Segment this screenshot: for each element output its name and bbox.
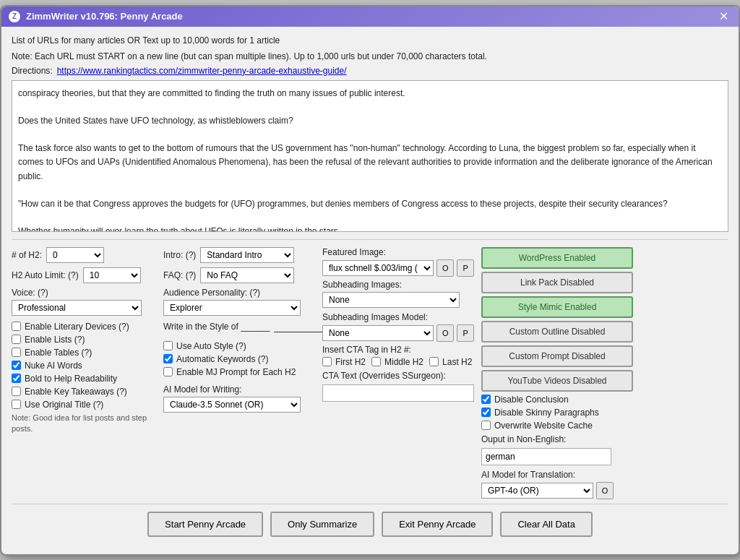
- directions-label: Directions:: [12, 66, 53, 76]
- youtube-videos-btn[interactable]: YouTube Videos Disabled: [481, 370, 633, 392]
- style-mimic-btn[interactable]: Style Mimic Enabled: [481, 296, 633, 318]
- cb-literary-input[interactable]: [12, 322, 21, 331]
- cb-disable-skinny[interactable]: Disable Skinny Paragraphs: [481, 408, 728, 418]
- window-title: ZimmWriter v10.796: Penny Arcade: [26, 11, 183, 22]
- cb-original-title-input[interactable]: [12, 400, 21, 409]
- intro-select[interactable]: Standard Intro Long Intro Short Intro No…: [200, 247, 294, 263]
- h2-label: # of H2:: [12, 250, 42, 260]
- only-summarize-button[interactable]: Only Summarize: [270, 512, 374, 537]
- clear-all-data-button[interactable]: Clear All Data: [500, 512, 592, 537]
- cb-nuke-input[interactable]: [12, 361, 21, 370]
- cb-tables[interactable]: Enable Tables (?): [12, 348, 156, 358]
- column-3: Featured Image: flux schnell $.003/img (…: [322, 247, 474, 499]
- cb-bold-input[interactable]: [12, 374, 21, 383]
- start-penny-arcade-button[interactable]: Start Penny Arcade: [147, 512, 263, 537]
- cb-takeaways-label: Enable Key Takeaways (?): [25, 387, 127, 397]
- featured-image-p-btn[interactable]: P: [457, 259, 474, 277]
- featured-image-o-btn[interactable]: O: [436, 259, 454, 277]
- cb-original-title-label: Use Original Title (?): [25, 400, 103, 410]
- cb-overwrite-cache[interactable]: Overwrite Website Cache: [481, 421, 728, 431]
- h2-auto-row: H2 Auto Limit: (?) 10: [12, 267, 156, 283]
- cb-takeaways[interactable]: Enable Key Takeaways (?): [12, 387, 156, 397]
- directions-link[interactable]: https://www.rankingtactics.com/zimmwrite…: [57, 66, 347, 76]
- directions-row: Directions: https://www.rankingtactics.c…: [12, 66, 728, 76]
- ai-translation-select[interactable]: GPT-4o (OR) Claude-3.5 Sonnet GPT-4 Turb…: [481, 483, 593, 499]
- cb-tables-label: Enable Tables (?): [25, 348, 92, 358]
- cb-nuke[interactable]: Nuke AI Words: [12, 361, 156, 371]
- cb-auto-style-label: Use Auto Style (?): [176, 341, 246, 351]
- column-1: # of H2: 0 H2 Auto Limit: (?) 10 Voice: …: [12, 247, 156, 499]
- text-area[interactable]: conspiracy theories, but that they are c…: [12, 80, 728, 232]
- faq-select[interactable]: No FAQ Short FAQ Long FAQ: [200, 267, 294, 283]
- cb-disable-conclusion[interactable]: Disable Conclusion: [481, 395, 728, 405]
- subheading-images-select[interactable]: None flux schnell dalle-3: [322, 292, 460, 308]
- column-2: Intro: (?) Standard Intro Long Intro Sho…: [163, 247, 315, 499]
- h2-auto-select[interactable]: 10: [83, 267, 141, 283]
- cb-takeaways-input[interactable]: [12, 387, 21, 396]
- translation-o-btn[interactable]: O: [596, 482, 614, 499]
- cb-mj-prompt[interactable]: Enable MJ Prompt for Each H2: [163, 367, 315, 377]
- cb-middle-h2-input[interactable]: [371, 357, 381, 366]
- cb-lists-label: Enable Lists (?): [25, 335, 85, 345]
- h2-auto-label: H2 Auto Limit: (?): [12, 270, 79, 280]
- cb-auto-keywords-label: Automatic Keywords (?): [176, 354, 268, 364]
- cb-original-title[interactable]: Use Original Title (?): [12, 400, 156, 410]
- cb-lists[interactable]: Enable Lists (?): [12, 335, 156, 345]
- subheading-model-label: Subheading Images Model:: [322, 312, 474, 322]
- subheading-model-select[interactable]: None flux schnell dalle-3: [322, 325, 434, 341]
- h2-checkboxes: First H2 Middle H2 Last H2: [322, 357, 474, 367]
- custom-outline-btn[interactable]: Custom Outline Disabled: [481, 321, 633, 343]
- subheading-model-p-btn[interactable]: P: [457, 324, 474, 342]
- cb-disable-skinny-input[interactable]: [481, 408, 491, 417]
- cb-bold-label: Bold to Help Readability: [25, 374, 117, 384]
- h2-row: # of H2: 0: [12, 247, 156, 263]
- translation-row: GPT-4o (OR) Claude-3.5 Sonnet GPT-4 Turb…: [481, 482, 728, 499]
- cb-first-h2-input[interactable]: [322, 357, 332, 366]
- wordpress-btn[interactable]: WordPress Enabled: [481, 247, 633, 269]
- link-pack-btn[interactable]: Link Pack Disabled: [481, 272, 633, 293]
- custom-prompt-btn[interactable]: Custom Prompt Disabled: [481, 345, 633, 367]
- cb-first-h2[interactable]: First H2: [322, 357, 366, 367]
- bottom-bar: Start Penny Arcade Only Summarize Exit P…: [12, 504, 728, 547]
- cb-bold[interactable]: Bold to Help Readability: [12, 374, 156, 384]
- subheading-images-label: Subheading Images:: [322, 280, 474, 290]
- intro-label: Intro: (?): [163, 250, 196, 260]
- h2-select[interactable]: 0: [46, 247, 104, 263]
- cb-auto-keywords-input[interactable]: [163, 354, 173, 363]
- cb-mj-prompt-input[interactable]: [163, 367, 173, 376]
- cta-text-input[interactable]: [322, 384, 474, 402]
- insert-cta-label: Insert CTA Tag in H2 #:: [322, 345, 474, 355]
- cb-last-h2-input[interactable]: [429, 357, 439, 366]
- cb-disable-conclusion-input[interactable]: [481, 395, 491, 404]
- subheading-model-row: None flux schnell dalle-3 O P: [322, 324, 474, 342]
- cb-auto-keywords[interactable]: Automatic Keywords (?): [163, 354, 315, 364]
- featured-image-row: flux schnell $.003/img ( dalle-3 none O …: [322, 259, 474, 277]
- ai-model-select[interactable]: Claude-3.5 Sonnet (OR) GPT-4o GPT-4 Turb…: [163, 397, 301, 413]
- cb-overwrite-cache-input[interactable]: [481, 421, 491, 430]
- voice-select[interactable]: Professional Casual Formal Conversationa…: [12, 300, 142, 316]
- cb-lists-input[interactable]: [12, 335, 21, 344]
- featured-image-select[interactable]: flux schnell $.003/img ( dalle-3 none: [322, 260, 434, 276]
- cb-tables-input[interactable]: [12, 348, 21, 357]
- cb-disable-conclusion-label: Disable Conclusion: [494, 395, 569, 405]
- col4-checkboxes: Disable Conclusion Disable Skinny Paragr…: [481, 395, 728, 431]
- title-bar: Z ZimmWriter v10.796: Penny Arcade ✕: [1, 7, 739, 27]
- cb-middle-h2[interactable]: Middle H2: [371, 357, 423, 367]
- subheading-model-o-btn[interactable]: O: [436, 324, 454, 342]
- cb-literary[interactable]: Enable Literary Devices (?): [12, 322, 156, 332]
- cb-auto-style-input[interactable]: [163, 341, 173, 350]
- cb-auto-style[interactable]: Use Auto Style (?): [163, 341, 315, 351]
- instruction-line1: List of URLs for many articles OR Text u…: [12, 34, 728, 47]
- exit-penny-arcade-button[interactable]: Exit Penny Arcade: [382, 512, 493, 537]
- controls-area: # of H2: 0 H2 Auto Limit: (?) 10 Voice: …: [12, 239, 728, 499]
- audience-select[interactable]: Explorer Achiever Socializer Killer: [163, 300, 301, 316]
- style-row: Write in the Style of ______: [163, 322, 315, 332]
- output-non-english-input[interactable]: [481, 448, 611, 465]
- instruction-line2: Note: Each URL must START on a new line …: [12, 50, 728, 63]
- textarea-content: conspiracy theories, but that they are c…: [18, 87, 722, 232]
- cb-disable-skinny-label: Disable Skinny Paragraphs: [494, 408, 599, 418]
- cb-last-h2[interactable]: Last H2: [429, 357, 472, 367]
- close-button[interactable]: ✕: [716, 11, 731, 22]
- voice-label: Voice: (?): [12, 288, 156, 298]
- cb-overwrite-cache-label: Overwrite Website Cache: [494, 421, 593, 431]
